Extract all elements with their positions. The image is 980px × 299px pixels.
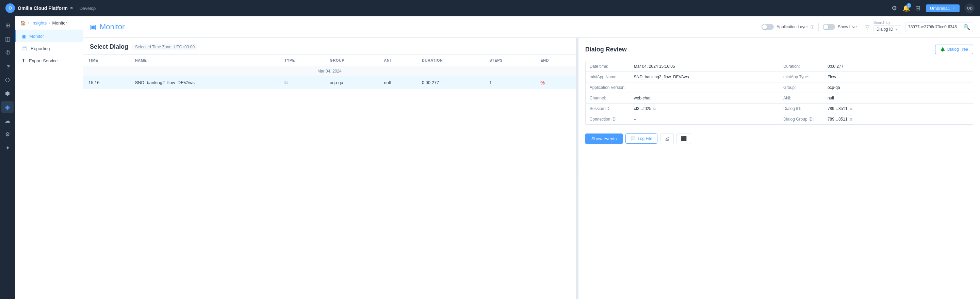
timezone-badge: Selected Time Zone: UTC+03:00 (132, 43, 197, 50)
monitor-nav-icon: ▣ (21, 34, 26, 39)
settings-icon[interactable]: ⚙ (891, 5, 897, 12)
filter-icon[interactable]: ▽ (865, 24, 869, 30)
sidebar-icon-phone[interactable]: ✆ (2, 46, 14, 59)
notification-badge: 2 (907, 3, 911, 8)
sidebar-icon-monitor[interactable]: ◉ (2, 101, 14, 113)
col-ani: ANI (379, 55, 416, 66)
export-button[interactable]: ⬛ (676, 133, 691, 144)
search-by-dropdown[interactable]: Dialog ID ▼ (873, 25, 901, 34)
action-buttons: Show events 📄 Log File 🖨 ⬛ (585, 133, 973, 144)
col-name: NAME (130, 55, 279, 66)
chevron-down-icon: ▼ (952, 6, 956, 10)
copy-icon: ⧉ (285, 80, 288, 85)
page-body: ⊞ ◫ ✆ ╔ ⬡ ⬢ ◉ ☁ ⚙ ✦ 🏠 › Insights › Monit… (0, 16, 980, 299)
ani-cell: ANI: null (779, 93, 973, 104)
connection-id-value: – (634, 117, 636, 122)
sidebar-item-reporting[interactable]: 📄 Reporting (15, 42, 83, 54)
header-controls: Application Layer ⓘ Show Live ▽ (762, 21, 973, 34)
sidebar-icon-layers[interactable]: ◫ (2, 33, 14, 45)
dialog-table-container: TIME NAME TYPE GROUP ANI DURATION STEPS … (83, 55, 576, 299)
log-file-button[interactable]: 📄 Log File (625, 133, 657, 144)
right-content: 🏠 › Insights › Monitor ▣ Monitor 📄 Repor… (15, 16, 980, 299)
row-name: SND_banking2_flow_DEVAws (130, 76, 279, 89)
dialog-tree-label: Dialog Tree (947, 47, 968, 52)
info-icon[interactable]: ⓘ (811, 24, 814, 30)
user-org-label: Umbrella1 (930, 6, 950, 11)
sidebar-icon-person[interactable]: ⬢ (2, 87, 14, 99)
sidebar-icon-home[interactable]: ⊞ (2, 19, 14, 31)
row-time: 15:16 (83, 76, 130, 89)
toggle-knob (762, 24, 767, 29)
sidebar-item-monitor[interactable]: ▣ Monitor (15, 30, 83, 42)
dialog-review-title: Dialog Review (585, 46, 627, 53)
content-area: ▣ Monitor Application Layer ⓘ (83, 16, 980, 299)
connection-id-label: Connection ID: (590, 117, 634, 122)
nav-export-label: Export Service (29, 58, 58, 63)
detail-grid: Date time: Mar 04, 2024 15:16:05 Duratio… (585, 61, 973, 125)
application-layer-label: Application Layer (776, 24, 808, 29)
print-button[interactable]: 🖨 (660, 133, 674, 144)
sidebar-icon-settings1[interactable]: ⚙ (2, 128, 14, 140)
dialog-group-id-copy-icon[interactable]: ⧉ (850, 117, 853, 122)
dialog-group-id-cell: Dialog Group ID: 789…8511 ⧉ (779, 114, 973, 125)
session-id-copy-icon[interactable]: ⧉ (653, 107, 656, 111)
sidebar-item-export-service[interactable]: ⬆ Export Service (15, 54, 83, 67)
miniapp-type-label: miniApp Type: (783, 75, 827, 79)
export-icon: ⬛ (681, 136, 687, 141)
select-dialog-panel: Select Dialog Selected Time Zone: UTC+03… (83, 38, 576, 299)
nav-monitor-label: Monitor (29, 34, 44, 39)
notification-icon[interactable]: 🔔 2 (902, 5, 910, 12)
miniapp-name-label: miniApp Name: (590, 75, 634, 79)
search-input[interactable] (908, 24, 963, 29)
row-duration: 0:00.277 (417, 76, 484, 89)
breadcrumb-insights[interactable]: Insights (31, 21, 47, 26)
col-steps: STEPS (484, 55, 535, 66)
app-name: Omilia Cloud Platform (18, 5, 68, 11)
group-value: ocp-qa (827, 85, 840, 90)
sidebar-icon-cloud[interactable]: ☁ (2, 114, 14, 127)
breadcrumb-current: Monitor (52, 21, 67, 26)
session-id-cell: Session ID: cf3…fd25 ⧉ (585, 104, 779, 114)
row-ani: null (379, 76, 416, 89)
date-time-cell: Date time: Mar 04, 2024 15:16:05 (585, 61, 779, 72)
user-org-button[interactable]: Umbrella1 ▼ (926, 5, 959, 12)
dialog-tree-icon: 🌲 (940, 47, 945, 52)
log-file-icon: 📄 (630, 136, 636, 141)
session-id-label: Session ID: (590, 106, 634, 111)
search-by-label: Search by (873, 21, 901, 24)
dialog-tree-button[interactable]: 🌲 Dialog Tree (935, 45, 973, 54)
application-layer-toggle-group: Application Layer ⓘ (762, 24, 814, 30)
show-live-toggle[interactable] (823, 24, 835, 30)
nav-reporting-label: Reporting (30, 46, 50, 51)
dialog-id-value: 789…8511 ⧉ (827, 106, 853, 111)
apps-icon[interactable]: ⊞ (915, 5, 920, 12)
home-icon[interactable]: 🏠 (21, 21, 26, 26)
divider1 (818, 23, 819, 31)
duration-label: Duration: (783, 64, 827, 69)
row-type: ⧉ (279, 76, 324, 89)
dialog-id-label: Dialog ID: (783, 106, 827, 111)
select-dialog-title: Select Dialog (90, 43, 128, 50)
date-time-label: Date time: (590, 64, 634, 69)
sidebar-icon-chart[interactable]: ╔ (2, 60, 14, 72)
dialog-id-copy-icon[interactable]: ⧉ (850, 107, 853, 111)
duration-cell: Duration: 0:00.277 (779, 61, 973, 72)
breadcrumb-sep2: › (49, 21, 50, 26)
show-events-button[interactable]: Show events (585, 133, 623, 144)
top-navigation: O Omilia Cloud Platform® Develop ⚙ 🔔 2 ⊞… (0, 0, 980, 16)
col-end: END (535, 55, 576, 66)
monitor-header-icon: ▣ (90, 23, 96, 31)
col-group: GROUP (324, 55, 379, 66)
application-layer-toggle[interactable] (762, 24, 774, 30)
avatar[interactable]: OD (965, 3, 975, 13)
group-cell: Group: ocp-qa (779, 82, 973, 93)
show-live-label: Show Live (838, 24, 856, 29)
channel-value: web-chat (634, 96, 651, 101)
print-icon: 🖨 (665, 136, 669, 141)
divider2 (861, 23, 861, 31)
sidebar-icon-settings2[interactable]: ✦ (2, 142, 14, 154)
table-row[interactable]: 15:16 SND_banking2_flow_DEVAws ⧉ ocp-qa … (83, 76, 576, 89)
sidebar-icon-people[interactable]: ⬡ (2, 74, 14, 86)
breadcrumb: 🏠 › Insights › Monitor (15, 16, 83, 30)
search-icon[interactable]: 🔍 (963, 24, 970, 30)
